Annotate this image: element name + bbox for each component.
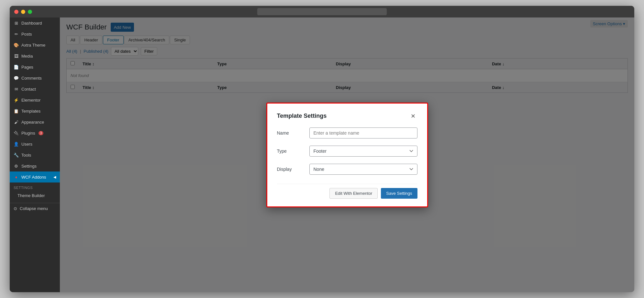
modal-type-field: Type Header Footer Archive/404/Search Si… <box>277 146 417 157</box>
template-settings-modal: Template Settings ✕ Name Type Header Foo… <box>266 103 428 207</box>
plugins-icon: 🔌 <box>14 130 19 136</box>
sidebar-item-posts[interactable]: ✏ Posts <box>10 28 60 39</box>
sidebar-item-theme-builder[interactable]: Theme Builder <box>10 191 60 200</box>
elementor-icon: ⚡ <box>14 97 19 103</box>
sidebar: ⊞ Dashboard ✏ Posts 🎨 Axtra Theme 🖼 Medi… <box>10 17 60 292</box>
sidebar-item-comments[interactable]: 💬 Comments <box>10 72 60 83</box>
modal-title: Template Settings <box>277 113 327 119</box>
template-name-input[interactable] <box>309 127 417 138</box>
theme-icon: 🎨 <box>14 42 19 48</box>
display-select[interactable]: None All Pages Front Page Single Post Si… <box>309 164 417 175</box>
sidebar-item-label: Appearance <box>21 120 44 125</box>
wcf-collapse-icon: ◀ <box>53 175 56 179</box>
tools-icon: 🔧 <box>14 152 19 158</box>
sidebar-item-label: WCF Addons <box>21 175 46 180</box>
sidebar-item-axtra-theme[interactable]: 🎨 Axtra Theme <box>10 39 60 50</box>
app-layout: ⊞ Dashboard ✏ Posts 🎨 Axtra Theme 🖼 Medi… <box>10 17 634 292</box>
sidebar-item-settings[interactable]: ⚙ Settings <box>10 160 60 171</box>
theme-builder-label: Theme Builder <box>17 193 45 198</box>
sidebar-item-label: Contact <box>21 87 36 92</box>
sidebar-item-label: Templates <box>21 109 40 114</box>
type-label: Type <box>277 149 309 154</box>
app-window: ⊞ Dashboard ✏ Posts 🎨 Axtra Theme 🖼 Medi… <box>10 6 634 292</box>
url-bar[interactable] <box>257 8 387 15</box>
close-button[interactable] <box>14 10 18 14</box>
wcf-icon: ♦ <box>14 174 19 180</box>
main-content: Screen Options ▾ WCF Builder Add New All… <box>60 17 634 292</box>
posts-icon: ✏ <box>14 31 19 37</box>
users-icon: 👤 <box>14 141 19 147</box>
collapse-label: Collapse menu <box>20 206 48 211</box>
titlebar <box>10 6 634 17</box>
maximize-button[interactable] <box>28 10 32 14</box>
sidebar-item-label: Plugins <box>21 131 35 136</box>
comments-icon: 💬 <box>14 75 19 81</box>
sidebar-item-label: Settings <box>21 164 37 169</box>
sidebar-item-elementor[interactable]: ⚡ Elementor <box>10 94 60 105</box>
display-label: Display <box>277 167 309 172</box>
sidebar-item-appearance[interactable]: 🖌 Appearance <box>10 116 60 127</box>
sidebar-item-dashboard[interactable]: ⊞ Dashboard <box>10 17 60 28</box>
sidebar-item-label: Posts <box>21 32 32 37</box>
sidebar-item-contact[interactable]: ✉ Contact <box>10 83 60 94</box>
sidebar-item-tools[interactable]: 🔧 Tools <box>10 149 60 160</box>
settings-icon: ⚙ <box>14 163 19 169</box>
media-icon: 🖼 <box>14 53 19 59</box>
sidebar-item-label: Users <box>21 142 32 147</box>
pages-icon: 📄 <box>14 64 19 70</box>
edit-with-elementor-button[interactable]: Edit With Elementor <box>329 188 378 199</box>
minimize-button[interactable] <box>21 10 25 14</box>
plugins-badge: 3 <box>39 131 44 135</box>
contact-icon: ✉ <box>14 86 19 92</box>
modal-display-field: Display None All Pages Front Page Single… <box>277 164 417 175</box>
collapse-icon: ⊙ <box>14 206 17 211</box>
modal-close-button[interactable]: ✕ <box>409 113 417 120</box>
collapse-menu[interactable]: ⊙ Collapse menu <box>10 203 60 214</box>
sidebar-item-media[interactable]: 🖼 Media <box>10 50 60 61</box>
sidebar-item-label: Pages <box>21 65 33 70</box>
modal-footer: Edit With Elementor Save Settings <box>277 184 417 199</box>
sidebar-item-templates[interactable]: 📋 Templates <box>10 105 60 116</box>
sidebar-item-label: Axtra Theme <box>21 43 45 48</box>
templates-icon: 📋 <box>14 108 19 114</box>
sidebar-settings-section: Settings <box>10 182 60 191</box>
sidebar-item-pages[interactable]: 📄 Pages <box>10 61 60 72</box>
appearance-icon: 🖌 <box>14 119 19 125</box>
sidebar-item-label: Dashboard <box>21 21 42 26</box>
sidebar-item-label: Comments <box>21 76 42 81</box>
sidebar-item-label: Media <box>21 54 33 59</box>
type-select[interactable]: Header Footer Archive/404/Search Single <box>309 146 417 157</box>
name-label: Name <box>277 130 309 136</box>
sidebar-item-users[interactable]: 👤 Users <box>10 138 60 149</box>
modal-header: Template Settings ✕ <box>277 113 417 120</box>
sidebar-item-wcf-addons[interactable]: ♦ WCF Addons ◀ <box>10 171 60 182</box>
save-settings-button[interactable]: Save Settings <box>381 188 417 199</box>
sidebar-item-label: Tools <box>21 153 31 158</box>
modal-overlay: Template Settings ✕ Name Type Header Foo… <box>60 17 634 292</box>
sidebar-item-label: Elementor <box>21 98 40 103</box>
modal-name-field: Name <box>277 127 417 138</box>
dashboard-icon: ⊞ <box>14 20 19 26</box>
sidebar-item-plugins[interactable]: 🔌 Plugins 3 <box>10 127 60 138</box>
